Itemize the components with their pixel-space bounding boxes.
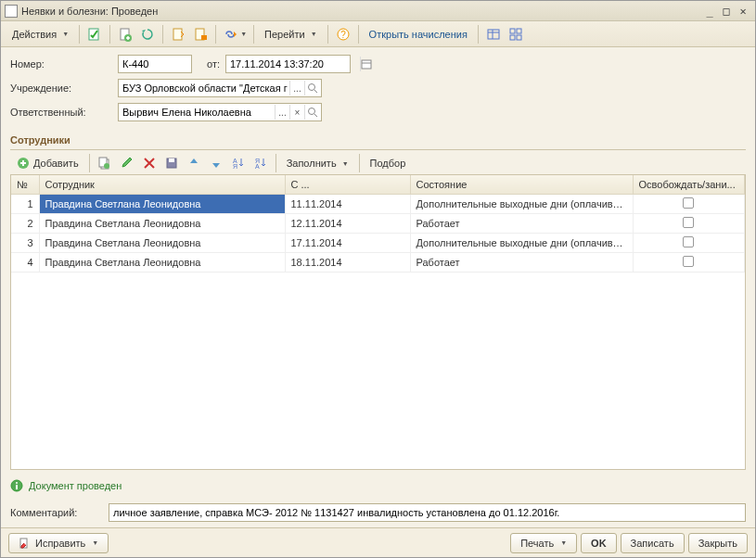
org-field[interactable]: ... [118, 79, 322, 97]
employees-table[interactable]: № Сотрудник С ... Состояние Освобождать/… [10, 174, 746, 470]
help-icon-button[interactable]: ? [333, 24, 353, 44]
svg-rect-5 [201, 35, 207, 40]
cell-employee: Правдина Светлана Леонидовна [39, 214, 285, 234]
lookup-icon[interactable] [304, 81, 319, 95]
chevron-down-icon: ▼ [62, 31, 69, 37]
date-input[interactable] [228, 56, 360, 72]
toolbar-separator [327, 25, 328, 44]
close-button[interactable]: ✕ [735, 5, 751, 18]
layout2-icon-button[interactable] [506, 24, 526, 44]
col-num[interactable]: № [11, 175, 39, 195]
svg-point-33 [16, 482, 18, 484]
save-icon-button[interactable] [161, 153, 182, 173]
svg-rect-32 [16, 485, 18, 489]
toolbar-separator [253, 25, 254, 44]
go-menu[interactable]: Перейти ▼ [259, 24, 323, 44]
write-button[interactable]: Записать [621, 533, 685, 553]
cell-state: Дополнительные выходные дни (оплачивае..… [410, 234, 633, 253]
minimize-button[interactable]: _ [701, 5, 718, 18]
toolbar-separator [275, 154, 276, 172]
cell-state: Дополнительные выходные дни (оплачивае..… [410, 195, 633, 214]
col-employee[interactable]: Сотрудник [39, 175, 285, 195]
date-field[interactable] [225, 55, 351, 73]
svg-point-24 [104, 163, 109, 169]
table-row[interactable]: 2Правдина Светлана Леонидовна12.11.2014Р… [11, 214, 745, 234]
add-row-button[interactable]: Добавить [10, 153, 84, 173]
close-form-button[interactable]: Закрыть [688, 533, 748, 553]
edit-row-button[interactable] [117, 153, 137, 173]
number-field[interactable] [118, 55, 192, 73]
toolbar-separator [478, 25, 479, 44]
cell-employee: Правдина Светлана Леонидовна [39, 234, 285, 253]
svg-rect-26 [169, 159, 174, 162]
titlebar: Неявки и болезни: Проведен _ □ ✕ [1, 1, 755, 21]
ok-button[interactable]: OK [581, 533, 617, 553]
resp-field[interactable]: ... × [118, 103, 322, 121]
sort-asc-button[interactable]: АЯ [228, 153, 249, 173]
checkbox-icon[interactable] [683, 197, 694, 209]
svg-rect-11 [510, 29, 515, 33]
svg-rect-13 [510, 35, 515, 40]
employees-section-title: Сотрудники [10, 131, 746, 150]
select-dots-icon[interactable]: ... [289, 81, 304, 95]
comment-field[interactable] [109, 503, 746, 522]
delete-row-button[interactable] [139, 153, 160, 173]
select-dots-icon[interactable]: ... [275, 105, 289, 120]
number-label: Номер: [10, 58, 112, 70]
open-calculations-link[interactable]: Открыть начисления [364, 24, 473, 44]
cell-release[interactable] [633, 234, 745, 253]
table-row[interactable]: 3Правдина Светлана Леонидовна17.11.2014Д… [11, 234, 745, 253]
copy-row-button[interactable] [95, 153, 115, 173]
layout1-icon-button[interactable] [483, 24, 504, 44]
cell-release[interactable] [633, 214, 745, 234]
select-employees-button[interactable]: Подбор [365, 153, 412, 173]
lookup-icon[interactable] [304, 105, 319, 120]
doc2-icon-button[interactable] [190, 24, 211, 44]
move-up-button[interactable] [184, 153, 204, 173]
checkbox-icon[interactable] [683, 256, 694, 267]
col-from[interactable]: С ... [285, 175, 410, 195]
chevron-down-icon: ▼ [240, 31, 247, 37]
cell-from: 11.11.2014 [285, 195, 410, 214]
table-toolbar: Добавить АЯ [10, 152, 746, 174]
table-row[interactable]: 1Правдина Светлана Леонидовна11.11.2014Д… [11, 195, 745, 214]
link-icon-button[interactable]: ▼ [221, 24, 249, 44]
chevron-down-icon: ▼ [311, 31, 317, 37]
fix-label: Исправить [35, 538, 85, 549]
fill-menu[interactable]: Заполнить ▼ [281, 153, 354, 173]
print-label: Печать [520, 538, 554, 549]
checkbox-icon[interactable] [683, 236, 694, 247]
col-state[interactable]: Состояние [410, 175, 633, 195]
cell-from: 18.11.2014 [285, 253, 410, 273]
chevron-down-icon: ▼ [560, 539, 567, 546]
org-input[interactable] [121, 80, 289, 96]
clear-icon[interactable]: × [289, 105, 304, 120]
cell-state: Работает [410, 253, 633, 273]
actions-label: Действия [12, 29, 57, 40]
cell-num: 1 [11, 195, 39, 214]
print-button[interactable]: Печать ▼ [510, 533, 577, 553]
post-icon-button[interactable] [84, 24, 105, 44]
svg-rect-14 [517, 35, 521, 40]
main-toolbar: Действия ▼ ▼ Перейти ▼ ? Открыть начисле… [1, 21, 755, 47]
comment-input[interactable] [111, 504, 743, 521]
col-release[interactable]: Освобождать/зани... [633, 175, 745, 195]
cell-num: 2 [11, 214, 39, 234]
cell-release[interactable] [633, 195, 745, 214]
fix-button[interactable]: Исправить ▼ [8, 533, 109, 553]
maximize-button[interactable]: □ [718, 5, 735, 18]
table-row[interactable]: 4Правдина Светлана Леонидовна18.11.2014Р… [11, 253, 745, 273]
checkbox-icon[interactable] [683, 217, 694, 228]
move-down-button[interactable] [206, 153, 226, 173]
actions-menu[interactable]: Действия ▼ [6, 24, 74, 44]
new-icon-button[interactable] [115, 24, 135, 44]
resp-input[interactable] [121, 104, 275, 120]
refresh-icon-button[interactable] [137, 24, 158, 44]
svg-rect-3 [173, 29, 182, 40]
calendar-icon[interactable] [360, 57, 372, 71]
doc1-icon-button[interactable] [168, 24, 188, 44]
svg-rect-8 [488, 30, 499, 39]
cell-release[interactable] [633, 253, 745, 273]
sort-desc-button[interactable]: ЯА [250, 153, 271, 173]
status-row: Документ проведен [1, 474, 755, 498]
